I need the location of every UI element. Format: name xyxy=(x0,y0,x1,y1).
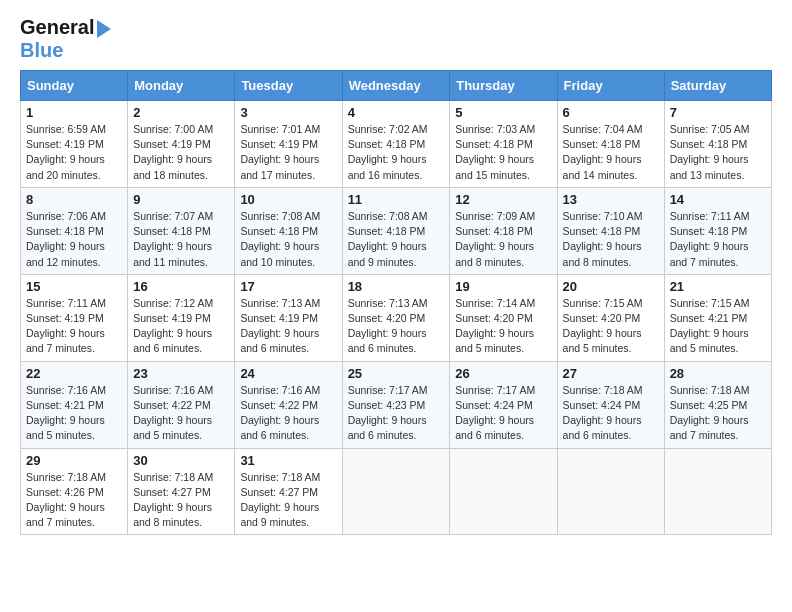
calendar-cell: 26Sunrise: 7:17 AMSunset: 4:24 PMDayligh… xyxy=(450,361,557,448)
calendar-cell: 22Sunrise: 7:16 AMSunset: 4:21 PMDayligh… xyxy=(21,361,128,448)
day-number: 26 xyxy=(455,366,551,381)
day-info: Sunrise: 7:15 AMSunset: 4:20 PMDaylight:… xyxy=(563,296,659,357)
calendar-cell: 24Sunrise: 7:16 AMSunset: 4:22 PMDayligh… xyxy=(235,361,342,448)
day-number: 7 xyxy=(670,105,766,120)
day-info: Sunrise: 7:05 AMSunset: 4:18 PMDaylight:… xyxy=(670,122,766,183)
day-info: Sunrise: 7:09 AMSunset: 4:18 PMDaylight:… xyxy=(455,209,551,270)
day-number: 17 xyxy=(240,279,336,294)
day-info: Sunrise: 7:13 AMSunset: 4:19 PMDaylight:… xyxy=(240,296,336,357)
day-info: Sunrise: 7:08 AMSunset: 4:18 PMDaylight:… xyxy=(348,209,445,270)
day-info: Sunrise: 7:15 AMSunset: 4:21 PMDaylight:… xyxy=(670,296,766,357)
logo-general-text: General xyxy=(20,16,94,39)
day-info: Sunrise: 7:17 AMSunset: 4:23 PMDaylight:… xyxy=(348,383,445,444)
page-header: General Blue xyxy=(20,16,772,62)
calendar-cell: 25Sunrise: 7:17 AMSunset: 4:23 PMDayligh… xyxy=(342,361,450,448)
calendar-cell: 6Sunrise: 7:04 AMSunset: 4:18 PMDaylight… xyxy=(557,101,664,188)
day-info: Sunrise: 7:02 AMSunset: 4:18 PMDaylight:… xyxy=(348,122,445,183)
day-number: 15 xyxy=(26,279,122,294)
day-number: 3 xyxy=(240,105,336,120)
day-number: 5 xyxy=(455,105,551,120)
calendar-cell: 30Sunrise: 7:18 AMSunset: 4:27 PMDayligh… xyxy=(128,448,235,535)
calendar-cell: 23Sunrise: 7:16 AMSunset: 4:22 PMDayligh… xyxy=(128,361,235,448)
logo-arrow-icon xyxy=(97,20,111,38)
day-number: 31 xyxy=(240,453,336,468)
calendar-header-row: SundayMondayTuesdayWednesdayThursdayFrid… xyxy=(21,71,772,101)
day-info: Sunrise: 7:08 AMSunset: 4:18 PMDaylight:… xyxy=(240,209,336,270)
day-number: 28 xyxy=(670,366,766,381)
day-info: Sunrise: 6:59 AMSunset: 4:19 PMDaylight:… xyxy=(26,122,122,183)
day-number: 12 xyxy=(455,192,551,207)
calendar-cell: 11Sunrise: 7:08 AMSunset: 4:18 PMDayligh… xyxy=(342,187,450,274)
logo: General Blue xyxy=(20,16,111,62)
calendar-cell: 19Sunrise: 7:14 AMSunset: 4:20 PMDayligh… xyxy=(450,274,557,361)
calendar-cell: 2Sunrise: 7:00 AMSunset: 4:19 PMDaylight… xyxy=(128,101,235,188)
day-info: Sunrise: 7:00 AMSunset: 4:19 PMDaylight:… xyxy=(133,122,229,183)
header-sunday: Sunday xyxy=(21,71,128,101)
calendar-cell: 16Sunrise: 7:12 AMSunset: 4:19 PMDayligh… xyxy=(128,274,235,361)
calendar-cell xyxy=(664,448,771,535)
day-number: 29 xyxy=(26,453,122,468)
day-number: 19 xyxy=(455,279,551,294)
calendar-cell: 18Sunrise: 7:13 AMSunset: 4:20 PMDayligh… xyxy=(342,274,450,361)
day-info: Sunrise: 7:11 AMSunset: 4:19 PMDaylight:… xyxy=(26,296,122,357)
day-info: Sunrise: 7:01 AMSunset: 4:19 PMDaylight:… xyxy=(240,122,336,183)
calendar-cell: 31Sunrise: 7:18 AMSunset: 4:27 PMDayligh… xyxy=(235,448,342,535)
header-saturday: Saturday xyxy=(664,71,771,101)
day-number: 2 xyxy=(133,105,229,120)
day-info: Sunrise: 7:13 AMSunset: 4:20 PMDaylight:… xyxy=(348,296,445,357)
calendar-cell xyxy=(557,448,664,535)
header-thursday: Thursday xyxy=(450,71,557,101)
day-number: 18 xyxy=(348,279,445,294)
calendar-cell: 4Sunrise: 7:02 AMSunset: 4:18 PMDaylight… xyxy=(342,101,450,188)
calendar-table: SundayMondayTuesdayWednesdayThursdayFrid… xyxy=(20,70,772,535)
calendar-cell: 9Sunrise: 7:07 AMSunset: 4:18 PMDaylight… xyxy=(128,187,235,274)
day-info: Sunrise: 7:03 AMSunset: 4:18 PMDaylight:… xyxy=(455,122,551,183)
day-number: 6 xyxy=(563,105,659,120)
day-number: 1 xyxy=(26,105,122,120)
day-number: 14 xyxy=(670,192,766,207)
day-number: 20 xyxy=(563,279,659,294)
day-info: Sunrise: 7:04 AMSunset: 4:18 PMDaylight:… xyxy=(563,122,659,183)
header-friday: Friday xyxy=(557,71,664,101)
logo-blue-text: Blue xyxy=(20,39,63,62)
calendar-cell: 1Sunrise: 6:59 AMSunset: 4:19 PMDaylight… xyxy=(21,101,128,188)
header-monday: Monday xyxy=(128,71,235,101)
calendar-cell: 14Sunrise: 7:11 AMSunset: 4:18 PMDayligh… xyxy=(664,187,771,274)
calendar-week-row: 1Sunrise: 6:59 AMSunset: 4:19 PMDaylight… xyxy=(21,101,772,188)
calendar-cell: 8Sunrise: 7:06 AMSunset: 4:18 PMDaylight… xyxy=(21,187,128,274)
day-number: 4 xyxy=(348,105,445,120)
calendar-cell xyxy=(450,448,557,535)
calendar-cell: 20Sunrise: 7:15 AMSunset: 4:20 PMDayligh… xyxy=(557,274,664,361)
calendar-week-row: 8Sunrise: 7:06 AMSunset: 4:18 PMDaylight… xyxy=(21,187,772,274)
day-info: Sunrise: 7:14 AMSunset: 4:20 PMDaylight:… xyxy=(455,296,551,357)
calendar-cell: 15Sunrise: 7:11 AMSunset: 4:19 PMDayligh… xyxy=(21,274,128,361)
calendar-cell: 29Sunrise: 7:18 AMSunset: 4:26 PMDayligh… xyxy=(21,448,128,535)
day-number: 23 xyxy=(133,366,229,381)
day-number: 10 xyxy=(240,192,336,207)
day-info: Sunrise: 7:12 AMSunset: 4:19 PMDaylight:… xyxy=(133,296,229,357)
calendar-cell: 17Sunrise: 7:13 AMSunset: 4:19 PMDayligh… xyxy=(235,274,342,361)
day-info: Sunrise: 7:10 AMSunset: 4:18 PMDaylight:… xyxy=(563,209,659,270)
calendar-cell: 27Sunrise: 7:18 AMSunset: 4:24 PMDayligh… xyxy=(557,361,664,448)
day-info: Sunrise: 7:18 AMSunset: 4:27 PMDaylight:… xyxy=(240,470,336,531)
day-number: 30 xyxy=(133,453,229,468)
calendar-week-row: 15Sunrise: 7:11 AMSunset: 4:19 PMDayligh… xyxy=(21,274,772,361)
day-number: 24 xyxy=(240,366,336,381)
calendar-cell: 10Sunrise: 7:08 AMSunset: 4:18 PMDayligh… xyxy=(235,187,342,274)
calendar-week-row: 29Sunrise: 7:18 AMSunset: 4:26 PMDayligh… xyxy=(21,448,772,535)
calendar-cell: 28Sunrise: 7:18 AMSunset: 4:25 PMDayligh… xyxy=(664,361,771,448)
day-number: 8 xyxy=(26,192,122,207)
calendar-cell: 13Sunrise: 7:10 AMSunset: 4:18 PMDayligh… xyxy=(557,187,664,274)
day-info: Sunrise: 7:11 AMSunset: 4:18 PMDaylight:… xyxy=(670,209,766,270)
day-info: Sunrise: 7:06 AMSunset: 4:18 PMDaylight:… xyxy=(26,209,122,270)
day-number: 27 xyxy=(563,366,659,381)
day-info: Sunrise: 7:07 AMSunset: 4:18 PMDaylight:… xyxy=(133,209,229,270)
calendar-cell: 7Sunrise: 7:05 AMSunset: 4:18 PMDaylight… xyxy=(664,101,771,188)
day-number: 22 xyxy=(26,366,122,381)
day-number: 9 xyxy=(133,192,229,207)
calendar-cell: 12Sunrise: 7:09 AMSunset: 4:18 PMDayligh… xyxy=(450,187,557,274)
calendar-cell: 21Sunrise: 7:15 AMSunset: 4:21 PMDayligh… xyxy=(664,274,771,361)
day-info: Sunrise: 7:17 AMSunset: 4:24 PMDaylight:… xyxy=(455,383,551,444)
header-tuesday: Tuesday xyxy=(235,71,342,101)
day-info: Sunrise: 7:18 AMSunset: 4:25 PMDaylight:… xyxy=(670,383,766,444)
